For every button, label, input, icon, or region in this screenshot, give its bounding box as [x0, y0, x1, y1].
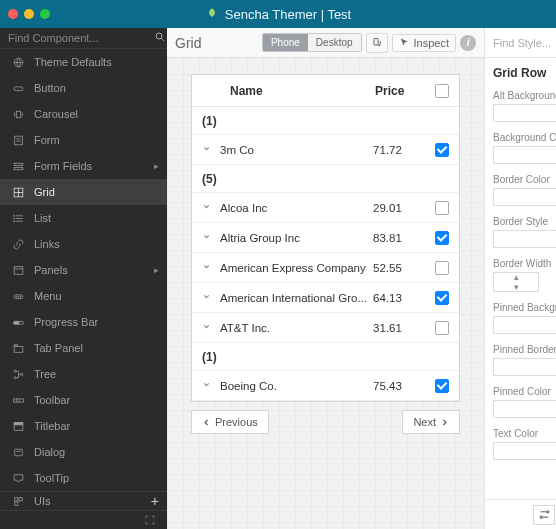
sidebar-item-grid[interactable]: Grid: [0, 179, 167, 205]
column-header-name[interactable]: Name: [220, 84, 365, 98]
window-title: Sencha Themer | Test: [0, 7, 556, 22]
svg-point-0: [156, 33, 162, 39]
color-input[interactable]: [493, 400, 556, 418]
number-input[interactable]: ▴▾: [493, 272, 539, 292]
svg-rect-9: [16, 111, 20, 118]
row-checkbox[interactable]: [435, 231, 449, 245]
color-input[interactable]: [493, 442, 556, 460]
sidebar-item-theme-defaults[interactable]: Theme Defaults: [0, 49, 167, 75]
expand-icon[interactable]: [192, 292, 220, 303]
sidebar-item-button[interactable]: Button: [0, 75, 167, 101]
color-input[interactable]: [493, 358, 556, 376]
svg-rect-33: [13, 321, 18, 324]
property-label: Pinned Color: [493, 386, 556, 397]
table-row[interactable]: Boeing Co.75.43: [192, 371, 459, 401]
group-header[interactable]: (5): [192, 165, 459, 193]
carousel-icon: [8, 107, 28, 121]
svg-point-37: [14, 377, 16, 379]
group-header[interactable]: (1): [192, 107, 459, 135]
sidebar-item-label: Form: [34, 134, 159, 146]
svg-rect-43: [14, 423, 23, 425]
sidebar-item-tree[interactable]: Tree: [0, 361, 167, 387]
select-input[interactable]: ▾: [493, 230, 556, 248]
sidebar-item-menu[interactable]: Menu: [0, 283, 167, 309]
expand-icon[interactable]: [192, 202, 220, 213]
inspect-button[interactable]: Inspect: [392, 34, 456, 52]
sidebar-item-progress-bar[interactable]: Progress Bar: [0, 309, 167, 335]
cell-price: 71.72: [373, 144, 425, 156]
sidebar-item-tooltip[interactable]: ToolTip: [0, 465, 167, 491]
row-checkbox[interactable]: [435, 321, 449, 335]
grid-preview: Name Price (1)3m Co71.72(5)Alcoa Inc29.0…: [191, 74, 460, 402]
property-pinned-color: Pinned Color: [493, 386, 556, 418]
sidebar-item-label: ToolTip: [34, 472, 159, 484]
table-row[interactable]: Alcoa Inc29.01: [192, 193, 459, 223]
row-checkbox[interactable]: [435, 143, 449, 157]
sidebar-item-form-fields[interactable]: Form Fields▸: [0, 153, 167, 179]
sidebar-item-uis[interactable]: UIs +: [0, 491, 167, 510]
sidebar-item-carousel[interactable]: Carousel: [0, 101, 167, 127]
search-icon[interactable]: [154, 31, 166, 46]
property-label: Alt Background Color: [493, 90, 556, 101]
color-input[interactable]: [493, 188, 556, 206]
cursor-icon: [399, 37, 410, 48]
next-button[interactable]: Next: [402, 410, 460, 434]
row-checkbox[interactable]: [435, 261, 449, 275]
table-row[interactable]: 3m Co71.72: [192, 135, 459, 165]
grid-header: Name Price: [192, 75, 459, 107]
sidebar-item-label: Grid: [34, 186, 159, 198]
sidebar-item-panels[interactable]: Panels▸: [0, 257, 167, 283]
sidebar-item-tab-panel[interactable]: Tab Panel: [0, 335, 167, 361]
preview-canvas: Name Price (1)3m Co71.72(5)Alcoa Inc29.0…: [167, 58, 484, 529]
row-checkbox[interactable]: [435, 201, 449, 215]
svg-point-25: [13, 221, 14, 222]
svg-line-1: [161, 38, 164, 41]
info-icon[interactable]: i: [460, 35, 476, 51]
table-row[interactable]: American Express Company52.55: [192, 253, 459, 283]
group-header[interactable]: (1): [192, 343, 459, 371]
property-text-color: Text Color: [493, 428, 556, 460]
expand-icon[interactable]: [192, 232, 220, 243]
style-search-input[interactable]: [485, 37, 556, 49]
previous-button[interactable]: Previous: [191, 410, 269, 434]
sidebar-item-toolbar[interactable]: Toolbar: [0, 387, 167, 413]
phone-button[interactable]: Phone: [263, 34, 308, 51]
expand-icon[interactable]: [192, 144, 220, 155]
sidebar-item-dialog[interactable]: Dialog: [0, 439, 167, 465]
svg-rect-35: [14, 345, 17, 347]
property-pinned-background-color: Pinned Background Color: [493, 302, 556, 334]
table-row[interactable]: Altria Group Inc83.81: [192, 223, 459, 253]
filter-view-button[interactable]: [533, 505, 555, 525]
expand-icon[interactable]: [192, 322, 220, 333]
sidebar-item-list[interactable]: List: [0, 205, 167, 231]
cell-name: American International Gro...: [220, 292, 373, 304]
resize-handle-icon[interactable]: [141, 511, 159, 529]
sidebar: Theme DefaultsButtonCarouselFormForm Fie…: [0, 28, 167, 529]
svg-rect-49: [374, 38, 378, 45]
sidebar-item-label: Carousel: [34, 108, 159, 120]
row-checkbox[interactable]: [435, 379, 449, 393]
sidebar-item-label: Tab Panel: [34, 342, 159, 354]
desktop-button[interactable]: Desktop: [308, 34, 361, 51]
sidebar-item-links[interactable]: Links: [0, 231, 167, 257]
expand-icon[interactable]: [192, 380, 220, 391]
cell-name: Boeing Co.: [220, 380, 373, 392]
table-row[interactable]: American International Gro...64.13: [192, 283, 459, 313]
sidebar-item-titlebar[interactable]: Titlebar: [0, 413, 167, 439]
select-all-checkbox[interactable]: [435, 84, 449, 98]
svg-point-53: [540, 516, 542, 518]
svg-rect-15: [14, 163, 23, 165]
rotate-button[interactable]: [366, 33, 388, 53]
color-input[interactable]: [493, 146, 556, 164]
sidebar-item-form[interactable]: Form: [0, 127, 167, 153]
column-header-price[interactable]: Price: [365, 84, 425, 98]
add-ui-icon[interactable]: +: [151, 493, 159, 509]
cell-price: 83.81: [373, 232, 425, 244]
expand-icon[interactable]: [192, 262, 220, 273]
component-search-input[interactable]: [0, 32, 154, 44]
row-checkbox[interactable]: [435, 291, 449, 305]
table-row[interactable]: AT&T Inc.31.61: [192, 313, 459, 343]
property-label: Border Color: [493, 174, 556, 185]
color-input[interactable]: [493, 104, 556, 122]
color-input[interactable]: [493, 316, 556, 334]
